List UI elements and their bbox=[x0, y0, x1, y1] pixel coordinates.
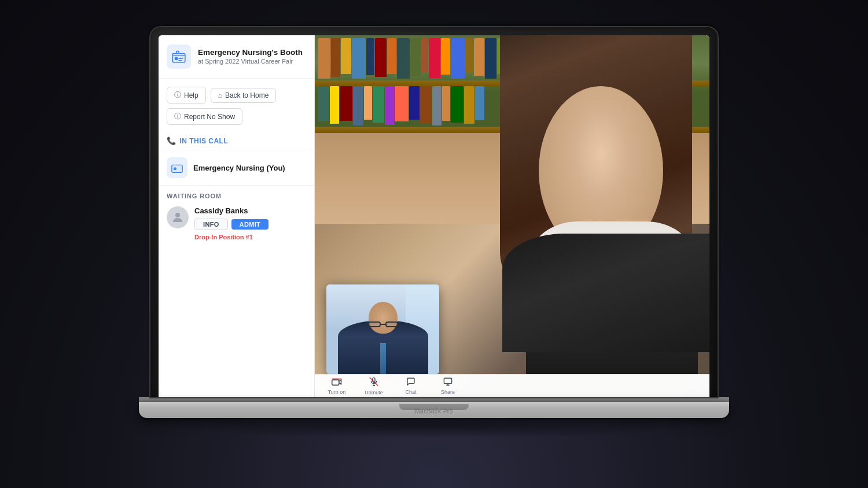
laptop-shadow bbox=[174, 415, 694, 438]
sidebar-actions: ⓘ Help ⌂ Back to Home ⓘ Report No Show bbox=[159, 79, 314, 128]
help-label: Help bbox=[184, 91, 198, 99]
action-row-1: ⓘ Help ⌂ Back to Home bbox=[167, 87, 306, 103]
back-label: Back to Home bbox=[225, 91, 269, 99]
svg-rect-0 bbox=[172, 54, 185, 62]
laptop-screen-bezel: Emergency Nursing's Booth at Spring 2022… bbox=[150, 27, 718, 397]
svg-point-3 bbox=[174, 168, 176, 170]
booth-header: Emergency Nursing's Booth at Spring 2022… bbox=[159, 35, 314, 79]
svg-point-1 bbox=[175, 57, 178, 60]
chat-button[interactable]: Chat bbox=[400, 377, 421, 395]
back-to-home-button[interactable]: ⌂ Back to Home bbox=[211, 88, 277, 103]
main-video-area: Turn on Unmute bbox=[315, 35, 709, 397]
turn-on-label: Turn on bbox=[328, 389, 346, 395]
waiting-person-avatar bbox=[167, 206, 189, 228]
waiting-room-section: WAITING ROOM Cassidy Banks INF bbox=[159, 186, 314, 247]
laptop: Emergency Nursing's Booth at Spring 2022… bbox=[150, 27, 718, 461]
mic-off-icon bbox=[369, 376, 378, 389]
svg-rect-8 bbox=[444, 378, 451, 383]
info-circle-icon: ⓘ bbox=[174, 112, 181, 121]
camera-off-icon bbox=[332, 377, 342, 388]
participant-row: Emergency Nursing (You) bbox=[159, 150, 314, 186]
waiting-person-info: Cassidy Banks INFO ADMIT Drop-In Positio… bbox=[194, 206, 269, 241]
action-row-2: ⓘ Report No Show bbox=[167, 108, 306, 125]
help-icon: ⓘ bbox=[174, 90, 181, 100]
booth-icon bbox=[167, 45, 191, 69]
sidebar: Emergency Nursing's Booth at Spring 2022… bbox=[159, 35, 315, 397]
laptop-hinge bbox=[139, 397, 729, 402]
booth-name: Emergency Nursing's Booth bbox=[198, 47, 303, 58]
waiting-person-buttons: INFO ADMIT bbox=[194, 219, 269, 230]
chat-icon bbox=[406, 377, 416, 388]
laptop-screen: Emergency Nursing's Booth at Spring 2022… bbox=[159, 35, 709, 397]
waiting-person-name: Cassidy Banks bbox=[194, 206, 269, 215]
phone-icon: 📞 bbox=[167, 136, 176, 145]
video-controls-bar: Turn on Unmute bbox=[315, 374, 709, 397]
laptop-model-label: MacBook Pro bbox=[415, 408, 453, 415]
laptop-base: MacBook Pro bbox=[139, 402, 729, 418]
unmute-button[interactable]: Unmute bbox=[363, 376, 384, 395]
turn-on-button[interactable]: Turn on bbox=[326, 377, 347, 395]
woman-video-area bbox=[414, 35, 710, 374]
share-icon bbox=[443, 377, 453, 388]
info-button[interactable]: INFO bbox=[194, 219, 228, 230]
participant-avatar bbox=[167, 157, 187, 178]
admit-button[interactable]: ADMIT bbox=[231, 219, 269, 230]
booth-title-block: Emergency Nursing's Booth at Spring 2022… bbox=[198, 47, 303, 66]
chat-label: Chat bbox=[405, 389, 416, 395]
report-no-show-button[interactable]: ⓘ Report No Show bbox=[167, 108, 242, 125]
pip-tie bbox=[380, 343, 386, 374]
pip-glasses bbox=[368, 320, 398, 327]
waiting-room-label: WAITING ROOM bbox=[167, 193, 306, 199]
help-button[interactable]: ⓘ Help bbox=[167, 87, 206, 103]
pip-video bbox=[326, 284, 439, 374]
in-this-call-label: 📞 IN THIS CALL bbox=[167, 136, 306, 145]
unmute-label: Unmute bbox=[365, 390, 383, 395]
in-this-call-section: 📞 IN THIS CALL bbox=[159, 128, 314, 150]
share-label: Share bbox=[441, 389, 455, 395]
svg-rect-2 bbox=[172, 165, 182, 172]
report-label: Report No Show bbox=[184, 113, 235, 121]
drop-in-position: Drop-In Position #1 bbox=[194, 234, 269, 241]
participant-name: Emergency Nursing (You) bbox=[193, 164, 285, 172]
svg-point-4 bbox=[175, 213, 180, 217]
share-button[interactable]: Share bbox=[437, 377, 458, 395]
home-icon: ⌂ bbox=[218, 91, 222, 99]
pip-person-head bbox=[369, 302, 398, 334]
waiting-person-row: Cassidy Banks INFO ADMIT Drop-In Positio… bbox=[167, 206, 306, 241]
booth-subtitle: at Spring 2022 Virtual Career Fair bbox=[198, 57, 303, 66]
